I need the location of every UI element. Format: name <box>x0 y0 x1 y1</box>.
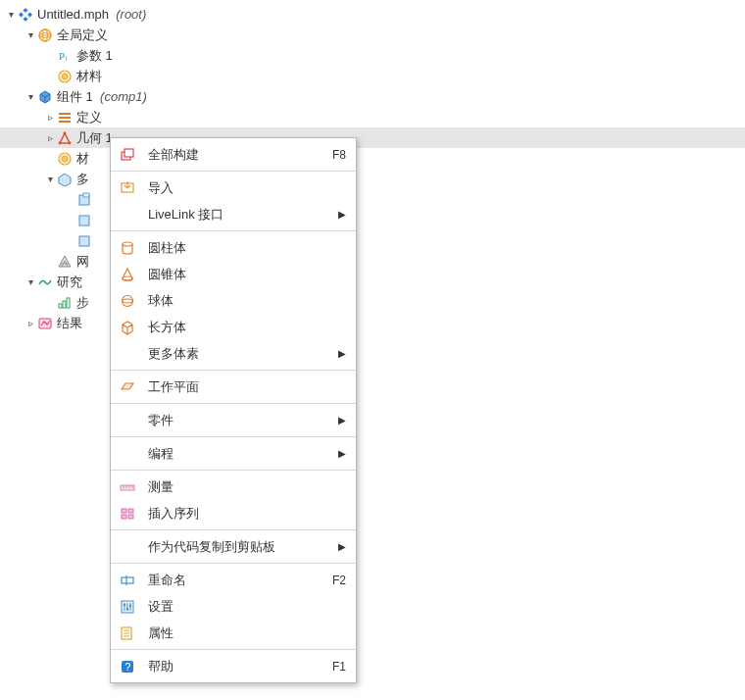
cone-icon <box>119 266 136 283</box>
menu-more-primitives[interactable]: 更多体素 ▶ <box>111 340 356 367</box>
menu-insert-sequence[interactable]: 插入序列 <box>111 500 356 526</box>
blank-icon <box>119 412 136 429</box>
menu-shortcut: F1 <box>332 660 346 674</box>
svg-point-55 <box>126 607 128 609</box>
menu-label: 零件 <box>148 412 330 429</box>
tree-item-global-definitions[interactable]: ▾ 全局定义 <box>0 25 745 45</box>
globe-icon <box>37 27 53 43</box>
menu-label: 导入 <box>148 179 346 197</box>
svg-rect-28 <box>59 304 62 308</box>
geometry-icon <box>57 130 73 146</box>
menu-separator <box>111 171 356 172</box>
submenu-arrow-icon: ▶ <box>338 348 346 359</box>
menu-label: 编程 <box>148 445 330 463</box>
toggle-collapsed-icon[interactable]: ▹ <box>24 317 37 330</box>
tree-item-label: 结果 <box>57 313 82 333</box>
sphere-icon <box>119 292 136 310</box>
menu-measure[interactable]: 测量 <box>111 474 356 500</box>
svg-point-56 <box>129 604 131 606</box>
submenu-arrow-icon: ▶ <box>338 448 346 459</box>
tree-item-label: 研究 <box>57 272 82 292</box>
menu-shortcut: F2 <box>332 574 346 587</box>
menu-label: 作为代码复制到剪贴板 <box>148 538 330 556</box>
toggle-expanded-icon[interactable]: ▾ <box>4 8 18 22</box>
svg-point-15 <box>59 141 62 144</box>
menu-settings[interactable]: 设置 <box>111 593 356 620</box>
submenu-arrow-icon: ▶ <box>338 541 346 552</box>
svg-rect-21 <box>83 193 89 197</box>
menu-label: 长方体 <box>148 319 346 336</box>
tree-item-label: 组件 1 (comp1) <box>57 86 147 107</box>
menu-label: 全部构建 <box>148 146 324 164</box>
help-icon: ? <box>119 658 136 675</box>
svg-rect-48 <box>122 577 133 583</box>
physics-child-icon <box>76 233 92 249</box>
tree-item-component-1[interactable]: ▾ 组件 1 (comp1) <box>0 86 745 107</box>
tree-item-label: 步 <box>76 292 89 313</box>
geometry-context-menu: 全部构建 F8 导入 LiveLink 接口 ▶ 圆柱体 圆锥体 球体 <box>110 137 357 683</box>
tree-item-root[interactable]: ▾ Untitled.mph (root) <box>0 4 745 25</box>
measure-icon <box>119 478 136 496</box>
cylinder-icon <box>119 239 136 257</box>
menu-properties[interactable]: 属性 <box>111 620 356 646</box>
physics-child-icon <box>76 213 92 228</box>
tree-item-materials-global[interactable]: 材料 <box>0 66 745 86</box>
svg-point-35 <box>123 242 132 246</box>
study-step-icon <box>57 295 73 311</box>
menu-import[interactable]: 导入 <box>111 175 356 201</box>
svg-text:i: i <box>66 55 68 62</box>
menu-copy-as-code[interactable]: 作为代码复制到剪贴板 ▶ <box>111 533 356 560</box>
tree-item-label: Untitled.mph (root) <box>37 4 146 25</box>
menu-cylinder[interactable]: 圆柱体 <box>111 234 356 261</box>
tree-item-parameters-1[interactable]: Pi 参数 1 <box>0 45 745 66</box>
toggle-collapsed-icon[interactable]: ▹ <box>43 111 57 125</box>
insert-sequence-icon <box>119 505 136 523</box>
svg-point-17 <box>69 141 72 144</box>
build-all-icon <box>119 146 136 164</box>
menu-label: 圆锥体 <box>148 266 346 283</box>
component-icon <box>37 89 53 105</box>
blank-icon <box>119 445 136 463</box>
toggle-expanded-icon[interactable]: ▾ <box>43 173 57 186</box>
tree-item-label: 材 <box>76 148 89 169</box>
menu-workplane[interactable]: 工作平面 <box>111 374 356 400</box>
menu-separator <box>111 436 356 437</box>
menu-sphere[interactable]: 球体 <box>111 287 356 314</box>
blank-icon <box>119 538 136 556</box>
menu-build-all[interactable]: 全部构建 F8 <box>111 141 356 168</box>
blank-icon <box>119 206 136 224</box>
svg-rect-29 <box>63 301 66 308</box>
mph-file-icon <box>18 7 33 23</box>
materials-icon <box>57 151 73 167</box>
physics-icon <box>57 172 73 187</box>
toggle-collapsed-icon[interactable]: ▹ <box>43 131 57 145</box>
svg-rect-22 <box>79 216 89 225</box>
menu-label: 设置 <box>148 598 346 616</box>
rename-icon <box>119 572 136 589</box>
menu-label: 属性 <box>148 625 346 642</box>
menu-livelink[interactable]: LiveLink 接口 ▶ <box>111 201 356 227</box>
menu-rename[interactable]: 重命名 F2 <box>111 567 356 593</box>
menu-block[interactable]: 长方体 <box>111 314 356 340</box>
svg-rect-31 <box>39 319 51 328</box>
menu-label: 工作平面 <box>148 378 346 396</box>
menu-parts[interactable]: 零件 ▶ <box>111 407 356 433</box>
menu-separator <box>111 470 356 471</box>
tree-item-label: 参数 1 <box>76 45 113 66</box>
menu-help[interactable]: ? 帮助 F1 <box>111 653 356 679</box>
toggle-expanded-icon[interactable]: ▾ <box>24 28 37 42</box>
svg-point-36 <box>123 276 132 280</box>
settings-icon <box>119 598 136 616</box>
tree-item-definitions[interactable]: ▹ 定义 <box>0 107 745 127</box>
menu-cone[interactable]: 圆锥体 <box>111 261 356 287</box>
menu-programming[interactable]: 编程 ▶ <box>111 440 356 467</box>
toggle-expanded-icon[interactable]: ▾ <box>24 275 37 289</box>
svg-point-10 <box>62 74 68 79</box>
toggle-expanded-icon[interactable]: ▾ <box>24 90 37 104</box>
properties-icon <box>119 625 136 642</box>
menu-label: 圆柱体 <box>148 239 346 257</box>
results-icon <box>37 316 53 331</box>
blank-icon <box>119 345 136 363</box>
definitions-icon <box>57 110 73 125</box>
svg-rect-47 <box>128 515 133 519</box>
